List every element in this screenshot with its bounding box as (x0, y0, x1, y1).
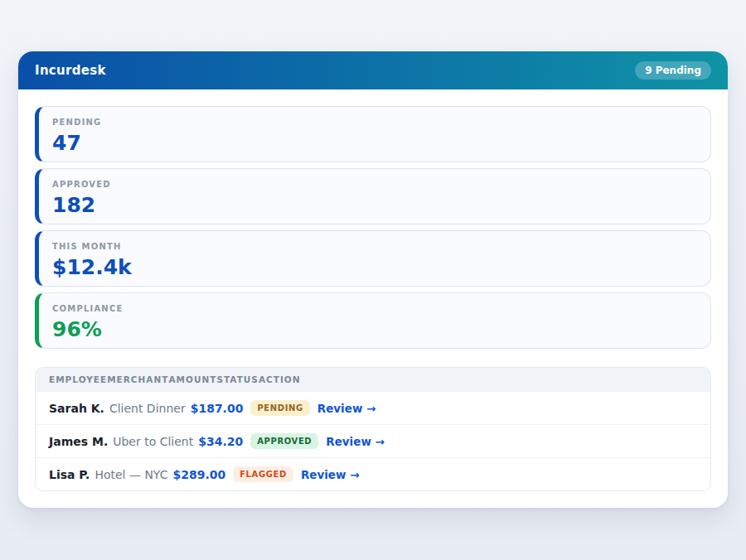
merchant-name: Uber to Client (113, 435, 193, 448)
stat-label: COMPLIANCE (52, 304, 697, 314)
column-header-merchant: MERCHANT (107, 374, 168, 384)
column-header-amount: AMOUNT (168, 374, 216, 384)
merchant-name: Client Dinner (109, 402, 186, 415)
stats-list: PENDING 47 APPROVED 182 THIS MONTH $12.4… (35, 106, 711, 349)
column-header-status: STATUS (216, 374, 258, 384)
app-header: Incurdesk 9 Pending (18, 51, 728, 89)
column-header-action: ACTION (259, 374, 301, 384)
stat-value: 96% (52, 318, 697, 341)
table-row: James M. Uber to Client $34.20 APPROVED … (36, 424, 710, 457)
stat-label: THIS MONTH (52, 242, 697, 252)
expense-amount: $187.00 (191, 402, 244, 415)
employee-name: Lisa P. (49, 468, 90, 481)
stat-value: 182 (52, 194, 697, 217)
stat-card-approved: APPROVED 182 (35, 168, 711, 224)
merchant-name: Hotel — NYC (94, 468, 167, 481)
card-body: PENDING 47 APPROVED 182 THIS MONTH $12.4… (18, 89, 728, 508)
stat-value: $12.4k (52, 256, 697, 279)
expense-amount: $289.00 (172, 468, 225, 481)
review-link[interactable]: Review → (301, 468, 360, 481)
table-row: Sarah K. Client Dinner $187.00 PENDING R… (36, 391, 710, 424)
table-row: Lisa P. Hotel — NYC $289.00 FLAGGED Revi… (36, 457, 710, 490)
pending-count-badge: 9 Pending (635, 61, 711, 80)
stat-card-compliance: COMPLIANCE 96% (35, 292, 711, 349)
status-badge: PENDING (250, 400, 309, 416)
app-title: Incurdesk (35, 63, 106, 78)
expenses-table: EMPLOYEE MERCHANT AMOUNT STATUS ACTION S… (35, 367, 711, 491)
table-header-row: EMPLOYEE MERCHANT AMOUNT STATUS ACTION (36, 368, 710, 391)
review-link[interactable]: Review → (326, 435, 385, 448)
expense-dashboard-card: Incurdesk 9 Pending PENDING 47 APPROVED … (18, 51, 728, 508)
employee-name: James M. (49, 435, 108, 448)
stat-label: PENDING (52, 118, 697, 128)
stat-card-pending: PENDING 47 (35, 106, 711, 162)
expense-amount: $34.20 (198, 435, 243, 448)
stat-card-this-month: THIS MONTH $12.4k (35, 230, 711, 287)
status-badge: FLAGGED (233, 466, 293, 482)
employee-name: Sarah K. (49, 402, 104, 415)
review-link[interactable]: Review → (317, 402, 376, 415)
column-header-employee: EMPLOYEE (49, 374, 107, 384)
stat-label: APPROVED (52, 180, 697, 190)
stat-value: 47 (52, 132, 697, 155)
status-badge: APPROVED (250, 433, 318, 449)
